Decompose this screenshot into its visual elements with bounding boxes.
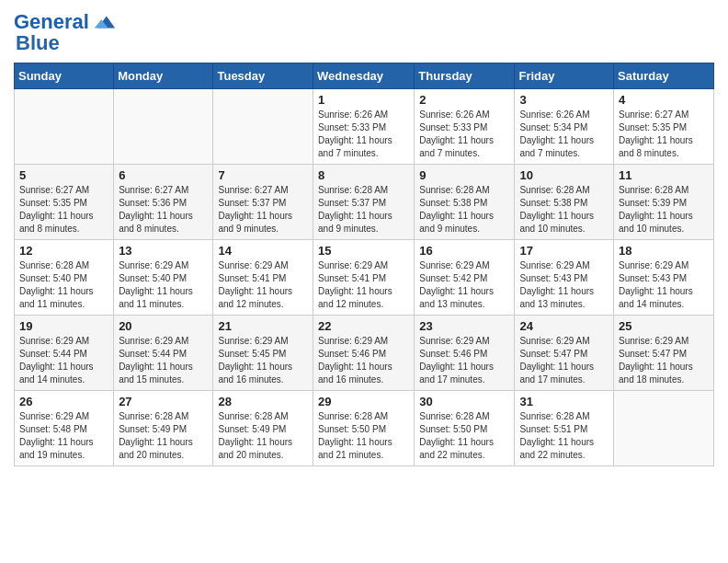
calendar-week-4: 19Sunrise: 6:29 AMSunset: 5:44 PMDayligh… bbox=[15, 316, 714, 391]
day-number: 5 bbox=[19, 168, 108, 182]
calendar-cell: 5Sunrise: 6:27 AMSunset: 5:35 PMDaylight… bbox=[15, 165, 114, 240]
calendar-table: SundayMondayTuesdayWednesdayThursdayFrid… bbox=[14, 63, 714, 466]
calendar-cell: 27Sunrise: 6:28 AMSunset: 5:49 PMDayligh… bbox=[114, 391, 213, 466]
calendar-cell: 11Sunrise: 6:28 AMSunset: 5:39 PMDayligh… bbox=[614, 165, 714, 240]
calendar-cell bbox=[15, 89, 114, 165]
day-number: 11 bbox=[619, 168, 709, 182]
day-detail: Sunrise: 6:29 AMSunset: 5:44 PMDaylight:… bbox=[119, 335, 208, 386]
calendar-cell: 30Sunrise: 6:28 AMSunset: 5:50 PMDayligh… bbox=[415, 391, 515, 466]
day-detail: Sunrise: 6:29 AMSunset: 5:41 PMDaylight:… bbox=[318, 259, 409, 311]
day-number: 24 bbox=[519, 319, 609, 333]
calendar-cell bbox=[114, 89, 213, 165]
day-number: 27 bbox=[119, 395, 208, 408]
day-detail: Sunrise: 6:29 AMSunset: 5:47 PMDaylight:… bbox=[519, 335, 609, 386]
day-detail: Sunrise: 6:26 AMSunset: 5:33 PMDaylight:… bbox=[419, 109, 509, 160]
day-number: 23 bbox=[419, 319, 509, 333]
day-detail: Sunrise: 6:29 AMSunset: 5:47 PMDaylight:… bbox=[619, 335, 709, 386]
day-number: 2 bbox=[419, 93, 509, 107]
calendar-cell: 24Sunrise: 6:29 AMSunset: 5:47 PMDayligh… bbox=[515, 316, 614, 391]
calendar-cell: 22Sunrise: 6:29 AMSunset: 5:46 PMDayligh… bbox=[313, 316, 415, 391]
day-number: 3 bbox=[519, 93, 609, 107]
day-detail: Sunrise: 6:29 AMSunset: 5:40 PMDaylight:… bbox=[119, 259, 208, 311]
weekday-header-thursday: Thursday bbox=[415, 63, 515, 89]
day-detail: Sunrise: 6:28 AMSunset: 5:51 PMDaylight:… bbox=[519, 410, 609, 462]
day-detail: Sunrise: 6:29 AMSunset: 5:43 PMDaylight:… bbox=[619, 259, 709, 311]
calendar-cell: 21Sunrise: 6:29 AMSunset: 5:45 PMDayligh… bbox=[213, 316, 313, 391]
weekday-header-wednesday: Wednesday bbox=[313, 63, 415, 89]
calendar-cell: 14Sunrise: 6:29 AMSunset: 5:41 PMDayligh… bbox=[213, 240, 313, 316]
day-detail: Sunrise: 6:28 AMSunset: 5:50 PMDaylight:… bbox=[419, 410, 509, 462]
day-number: 12 bbox=[19, 244, 108, 258]
calendar-cell: 13Sunrise: 6:29 AMSunset: 5:40 PMDayligh… bbox=[114, 240, 213, 316]
day-number: 1 bbox=[318, 93, 409, 107]
day-number: 22 bbox=[318, 319, 409, 333]
calendar-cell: 7Sunrise: 6:27 AMSunset: 5:37 PMDaylight… bbox=[213, 165, 313, 240]
day-number: 25 bbox=[619, 319, 709, 333]
calendar-cell: 15Sunrise: 6:29 AMSunset: 5:41 PMDayligh… bbox=[313, 240, 415, 316]
calendar-cell: 6Sunrise: 6:27 AMSunset: 5:36 PMDaylight… bbox=[114, 165, 213, 240]
day-detail: Sunrise: 6:28 AMSunset: 5:49 PMDaylight:… bbox=[218, 410, 308, 462]
day-number: 15 bbox=[318, 244, 409, 258]
day-detail: Sunrise: 6:29 AMSunset: 5:46 PMDaylight:… bbox=[419, 335, 509, 386]
calendar-cell: 3Sunrise: 6:26 AMSunset: 5:34 PMDaylight… bbox=[515, 89, 614, 165]
day-detail: Sunrise: 6:28 AMSunset: 5:49 PMDaylight:… bbox=[119, 410, 208, 462]
calendar-cell: 16Sunrise: 6:29 AMSunset: 5:42 PMDayligh… bbox=[415, 240, 515, 316]
calendar-cell: 20Sunrise: 6:29 AMSunset: 5:44 PMDayligh… bbox=[114, 316, 213, 391]
calendar-cell bbox=[614, 391, 714, 466]
logo: General Blue bbox=[14, 9, 117, 55]
day-number: 28 bbox=[218, 395, 308, 408]
day-number: 9 bbox=[419, 168, 509, 182]
day-number: 16 bbox=[419, 244, 509, 258]
calendar-cell: 31Sunrise: 6:28 AMSunset: 5:51 PMDayligh… bbox=[515, 391, 614, 466]
calendar-cell: 17Sunrise: 6:29 AMSunset: 5:43 PMDayligh… bbox=[515, 240, 614, 316]
day-detail: Sunrise: 6:29 AMSunset: 5:44 PMDaylight:… bbox=[19, 335, 108, 386]
calendar-cell: 9Sunrise: 6:28 AMSunset: 5:38 PMDaylight… bbox=[415, 165, 515, 240]
day-number: 17 bbox=[519, 244, 609, 258]
day-number: 30 bbox=[419, 395, 509, 408]
calendar-week-5: 26Sunrise: 6:29 AMSunset: 5:48 PMDayligh… bbox=[15, 391, 714, 466]
calendar-cell: 26Sunrise: 6:29 AMSunset: 5:48 PMDayligh… bbox=[15, 391, 114, 466]
day-detail: Sunrise: 6:28 AMSunset: 5:37 PMDaylight:… bbox=[318, 184, 409, 236]
day-number: 29 bbox=[318, 395, 409, 408]
day-detail: Sunrise: 6:27 AMSunset: 5:36 PMDaylight:… bbox=[119, 184, 208, 236]
calendar-week-3: 12Sunrise: 6:28 AMSunset: 5:40 PMDayligh… bbox=[15, 240, 714, 316]
day-detail: Sunrise: 6:29 AMSunset: 5:45 PMDaylight:… bbox=[218, 335, 308, 386]
day-detail: Sunrise: 6:29 AMSunset: 5:43 PMDaylight:… bbox=[519, 259, 609, 311]
header: General Blue bbox=[14, 9, 714, 55]
day-detail: Sunrise: 6:28 AMSunset: 5:38 PMDaylight:… bbox=[419, 184, 509, 236]
day-number: 18 bbox=[619, 244, 709, 258]
day-number: 4 bbox=[619, 93, 709, 107]
weekday-header-row: SundayMondayTuesdayWednesdayThursdayFrid… bbox=[15, 63, 714, 89]
day-detail: Sunrise: 6:28 AMSunset: 5:40 PMDaylight:… bbox=[19, 259, 108, 311]
day-number: 31 bbox=[519, 395, 609, 408]
calendar-cell: 29Sunrise: 6:28 AMSunset: 5:50 PMDayligh… bbox=[313, 391, 415, 466]
day-number: 7 bbox=[218, 168, 308, 182]
day-detail: Sunrise: 6:26 AMSunset: 5:33 PMDaylight:… bbox=[318, 109, 409, 160]
day-detail: Sunrise: 6:28 AMSunset: 5:39 PMDaylight:… bbox=[619, 184, 709, 236]
calendar-cell: 2Sunrise: 6:26 AMSunset: 5:33 PMDaylight… bbox=[415, 89, 515, 165]
day-detail: Sunrise: 6:29 AMSunset: 5:41 PMDaylight:… bbox=[218, 259, 308, 311]
day-number: 19 bbox=[19, 319, 108, 333]
day-number: 20 bbox=[119, 319, 208, 333]
day-number: 21 bbox=[218, 319, 308, 333]
calendar-week-2: 5Sunrise: 6:27 AMSunset: 5:35 PMDaylight… bbox=[15, 165, 714, 240]
logo-text: General bbox=[14, 11, 89, 33]
weekday-header-tuesday: Tuesday bbox=[213, 63, 313, 89]
calendar-cell: 12Sunrise: 6:28 AMSunset: 5:40 PMDayligh… bbox=[15, 240, 114, 316]
day-detail: Sunrise: 6:27 AMSunset: 5:35 PMDaylight:… bbox=[19, 184, 108, 236]
day-detail: Sunrise: 6:27 AMSunset: 5:37 PMDaylight:… bbox=[218, 184, 308, 236]
day-detail: Sunrise: 6:29 AMSunset: 5:48 PMDaylight:… bbox=[19, 410, 108, 462]
calendar-cell: 28Sunrise: 6:28 AMSunset: 5:49 PMDayligh… bbox=[213, 391, 313, 466]
calendar-cell: 25Sunrise: 6:29 AMSunset: 5:47 PMDayligh… bbox=[614, 316, 714, 391]
day-detail: Sunrise: 6:28 AMSunset: 5:38 PMDaylight:… bbox=[519, 184, 609, 236]
day-detail: Sunrise: 6:29 AMSunset: 5:42 PMDaylight:… bbox=[419, 259, 509, 311]
calendar-cell: 18Sunrise: 6:29 AMSunset: 5:43 PMDayligh… bbox=[614, 240, 714, 316]
calendar-cell: 1Sunrise: 6:26 AMSunset: 5:33 PMDaylight… bbox=[313, 89, 415, 165]
calendar-cell: 10Sunrise: 6:28 AMSunset: 5:38 PMDayligh… bbox=[515, 165, 614, 240]
weekday-header-friday: Friday bbox=[515, 63, 614, 89]
calendar-week-1: 1Sunrise: 6:26 AMSunset: 5:33 PMDaylight… bbox=[15, 89, 714, 165]
page: General Blue SundayMondayTuesdayWednesda… bbox=[0, 0, 728, 480]
day-number: 13 bbox=[119, 244, 208, 258]
day-number: 14 bbox=[218, 244, 308, 258]
day-detail: Sunrise: 6:28 AMSunset: 5:50 PMDaylight:… bbox=[318, 410, 409, 462]
